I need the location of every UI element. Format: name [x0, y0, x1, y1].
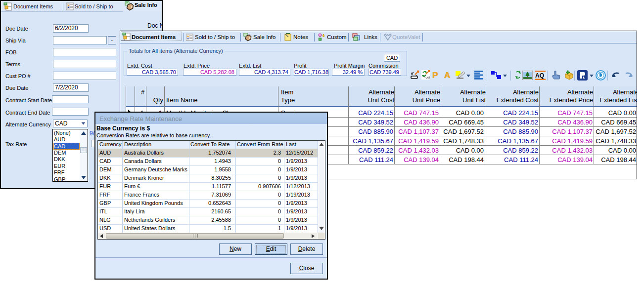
- svg-text:AQ: AQ: [535, 72, 544, 79]
